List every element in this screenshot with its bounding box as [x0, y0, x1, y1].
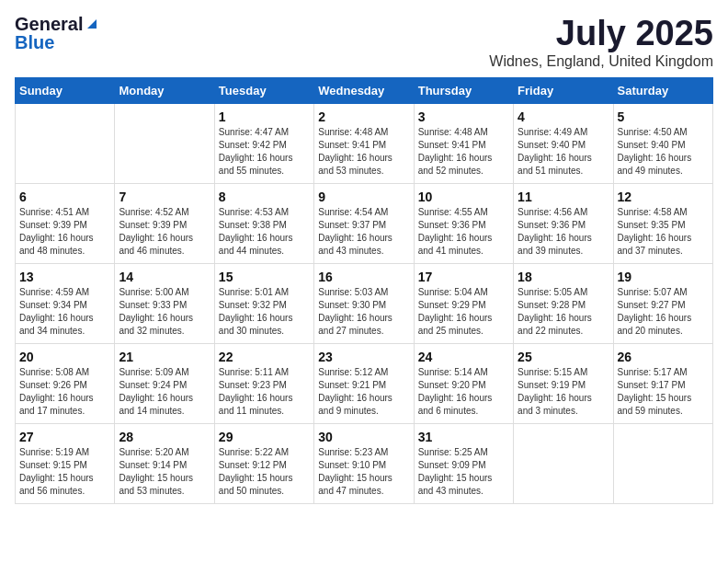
- day-detail: Sunrise: 4:50 AM Sunset: 9:40 PM Dayligh…: [618, 126, 709, 178]
- calendar-week-4: 20Sunrise: 5:08 AM Sunset: 9:26 PM Dayli…: [16, 343, 713, 423]
- calendar-cell: 3Sunrise: 4:48 AM Sunset: 9:41 PM Daylig…: [414, 103, 513, 183]
- logo: General Blue: [15, 15, 98, 52]
- day-detail: Sunrise: 4:51 AM Sunset: 9:39 PM Dayligh…: [19, 206, 110, 258]
- day-number: 22: [219, 350, 310, 364]
- month-title: July 2025: [489, 15, 713, 53]
- day-detail: Sunrise: 4:47 AM Sunset: 9:42 PM Dayligh…: [219, 126, 310, 178]
- calendar-cell: 9Sunrise: 4:54 AM Sunset: 9:37 PM Daylig…: [314, 183, 414, 263]
- calendar-week-2: 6Sunrise: 4:51 AM Sunset: 9:39 PM Daylig…: [16, 183, 713, 263]
- day-number: 10: [418, 190, 509, 204]
- header-day-sunday: Sunday: [16, 77, 115, 103]
- day-detail: Sunrise: 4:55 AM Sunset: 9:36 PM Dayligh…: [418, 206, 509, 258]
- day-number: 12: [618, 190, 709, 204]
- day-number: 23: [318, 350, 409, 364]
- calendar-cell: 22Sunrise: 5:11 AM Sunset: 9:23 PM Dayli…: [214, 343, 313, 423]
- header-day-saturday: Saturday: [613, 77, 712, 103]
- day-number: 30: [318, 430, 409, 444]
- day-number: 6: [19, 190, 110, 204]
- day-number: 19: [618, 270, 709, 284]
- header-day-monday: Monday: [115, 77, 214, 103]
- day-number: 31: [418, 430, 509, 444]
- calendar-cell: 11Sunrise: 4:56 AM Sunset: 9:36 PM Dayli…: [514, 183, 613, 263]
- day-number: 5: [618, 109, 709, 124]
- day-number: 21: [119, 350, 210, 364]
- day-number: 25: [518, 350, 609, 364]
- header-day-friday: Friday: [514, 77, 613, 103]
- day-number: 7: [119, 190, 210, 204]
- day-detail: Sunrise: 5:05 AM Sunset: 9:28 PM Dayligh…: [518, 286, 609, 338]
- calendar-cell: 6Sunrise: 4:51 AM Sunset: 9:39 PM Daylig…: [16, 183, 115, 263]
- calendar-cell: 20Sunrise: 5:08 AM Sunset: 9:26 PM Dayli…: [16, 343, 115, 423]
- calendar-cell: [514, 423, 613, 503]
- day-detail: Sunrise: 5:23 AM Sunset: 9:10 PM Dayligh…: [318, 446, 409, 498]
- day-number: 1: [219, 109, 310, 124]
- calendar-cell: 24Sunrise: 5:14 AM Sunset: 9:20 PM Dayli…: [414, 343, 513, 423]
- location-text: Widnes, England, United Kingdom: [489, 53, 713, 70]
- day-detail: Sunrise: 4:56 AM Sunset: 9:36 PM Dayligh…: [518, 206, 609, 258]
- calendar-cell: 18Sunrise: 5:05 AM Sunset: 9:28 PM Dayli…: [514, 263, 613, 343]
- day-detail: Sunrise: 5:04 AM Sunset: 9:29 PM Dayligh…: [418, 286, 509, 338]
- day-detail: Sunrise: 4:48 AM Sunset: 9:41 PM Dayligh…: [318, 126, 409, 178]
- calendar-cell: [613, 423, 712, 503]
- page-header: General Blue July 2025 Widnes, England, …: [15, 15, 713, 70]
- day-detail: Sunrise: 5:08 AM Sunset: 9:26 PM Dayligh…: [19, 366, 110, 418]
- day-number: 17: [418, 270, 509, 284]
- day-number: 20: [19, 350, 110, 364]
- logo-blue-text: Blue: [15, 33, 54, 52]
- day-detail: Sunrise: 5:11 AM Sunset: 9:23 PM Dayligh…: [219, 366, 310, 418]
- calendar-table: SundayMondayTuesdayWednesdayThursdayFrid…: [15, 77, 713, 504]
- calendar-cell: 13Sunrise: 4:59 AM Sunset: 9:34 PM Dayli…: [16, 263, 115, 343]
- header-day-wednesday: Wednesday: [314, 77, 414, 103]
- day-detail: Sunrise: 4:54 AM Sunset: 9:37 PM Dayligh…: [318, 206, 409, 258]
- day-number: 28: [119, 430, 210, 444]
- day-detail: Sunrise: 5:00 AM Sunset: 9:33 PM Dayligh…: [119, 286, 210, 338]
- calendar-cell: 23Sunrise: 5:12 AM Sunset: 9:21 PM Dayli…: [314, 343, 414, 423]
- day-number: 16: [318, 270, 409, 284]
- calendar-cell: [16, 103, 115, 183]
- day-detail: Sunrise: 5:03 AM Sunset: 9:30 PM Dayligh…: [318, 286, 409, 338]
- day-number: 11: [518, 190, 609, 204]
- calendar-week-1: 1Sunrise: 4:47 AM Sunset: 9:42 PM Daylig…: [16, 103, 713, 183]
- calendar-cell: 2Sunrise: 4:48 AM Sunset: 9:41 PM Daylig…: [314, 103, 414, 183]
- calendar-week-5: 27Sunrise: 5:19 AM Sunset: 9:15 PM Dayli…: [16, 423, 713, 503]
- calendar-cell: 28Sunrise: 5:20 AM Sunset: 9:14 PM Dayli…: [115, 423, 214, 503]
- calendar-cell: [115, 103, 214, 183]
- day-detail: Sunrise: 4:58 AM Sunset: 9:35 PM Dayligh…: [618, 206, 709, 258]
- calendar-cell: 30Sunrise: 5:23 AM Sunset: 9:10 PM Dayli…: [314, 423, 414, 503]
- day-detail: Sunrise: 5:25 AM Sunset: 9:09 PM Dayligh…: [418, 446, 509, 498]
- header-day-tuesday: Tuesday: [214, 77, 313, 103]
- day-number: 27: [19, 430, 110, 444]
- day-number: 8: [219, 190, 310, 204]
- day-detail: Sunrise: 5:01 AM Sunset: 9:32 PM Dayligh…: [219, 286, 310, 338]
- calendar-cell: 17Sunrise: 5:04 AM Sunset: 9:29 PM Dayli…: [414, 263, 513, 343]
- calendar-cell: 8Sunrise: 4:53 AM Sunset: 9:38 PM Daylig…: [214, 183, 313, 263]
- calendar-cell: 25Sunrise: 5:15 AM Sunset: 9:19 PM Dayli…: [514, 343, 613, 423]
- calendar-header-row: SundayMondayTuesdayWednesdayThursdayFrid…: [16, 77, 713, 103]
- calendar-cell: 26Sunrise: 5:17 AM Sunset: 9:17 PM Dayli…: [613, 343, 712, 423]
- day-detail: Sunrise: 5:17 AM Sunset: 9:17 PM Dayligh…: [618, 366, 709, 418]
- calendar-cell: 19Sunrise: 5:07 AM Sunset: 9:27 PM Dayli…: [613, 263, 712, 343]
- day-number: 14: [119, 270, 210, 284]
- day-detail: Sunrise: 5:14 AM Sunset: 9:20 PM Dayligh…: [418, 366, 509, 418]
- day-number: 15: [219, 270, 310, 284]
- day-number: 26: [618, 350, 709, 364]
- day-detail: Sunrise: 4:52 AM Sunset: 9:39 PM Dayligh…: [119, 206, 210, 258]
- calendar-cell: 29Sunrise: 5:22 AM Sunset: 9:12 PM Dayli…: [214, 423, 313, 503]
- day-detail: Sunrise: 4:59 AM Sunset: 9:34 PM Dayligh…: [19, 286, 110, 338]
- calendar-cell: 16Sunrise: 5:03 AM Sunset: 9:30 PM Dayli…: [314, 263, 414, 343]
- day-detail: Sunrise: 5:07 AM Sunset: 9:27 PM Dayligh…: [618, 286, 709, 338]
- calendar-cell: 27Sunrise: 5:19 AM Sunset: 9:15 PM Dayli…: [16, 423, 115, 503]
- day-number: 18: [518, 270, 609, 284]
- calendar-cell: 5Sunrise: 4:50 AM Sunset: 9:40 PM Daylig…: [613, 103, 712, 183]
- calendar-cell: 15Sunrise: 5:01 AM Sunset: 9:32 PM Dayli…: [214, 263, 313, 343]
- day-number: 24: [418, 350, 509, 364]
- day-detail: Sunrise: 5:15 AM Sunset: 9:19 PM Dayligh…: [518, 366, 609, 418]
- calendar-cell: 31Sunrise: 5:25 AM Sunset: 9:09 PM Dayli…: [414, 423, 513, 503]
- day-number: 29: [219, 430, 310, 444]
- day-number: 2: [318, 109, 409, 124]
- day-number: 3: [418, 109, 509, 124]
- svg-marker-0: [87, 19, 97, 29]
- day-detail: Sunrise: 5:19 AM Sunset: 9:15 PM Dayligh…: [19, 446, 110, 498]
- day-detail: Sunrise: 5:20 AM Sunset: 9:14 PM Dayligh…: [119, 446, 210, 498]
- logo-general-text: General: [15, 15, 83, 33]
